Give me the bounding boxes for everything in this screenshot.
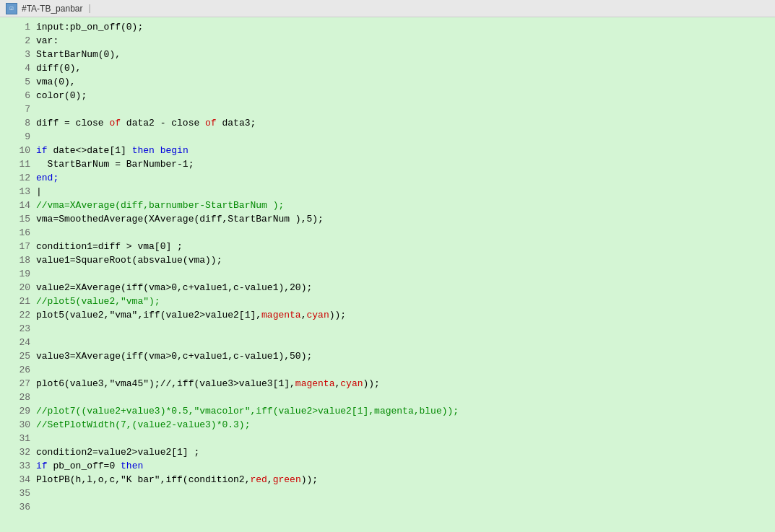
line-content[interactable]: diff(0), (36, 61, 775, 75)
code-line: 10if date<>date[1] then begin (0, 144, 775, 157)
line-content[interactable]: value2=XAverage(iff(vma>0,c+value1,c-val… (36, 281, 775, 295)
line-content[interactable] (36, 226, 775, 240)
line-content[interactable] (36, 487, 775, 500)
code-token: then (132, 145, 155, 156)
code-line: 19 (0, 267, 775, 281)
line-content[interactable] (36, 363, 775, 377)
line-content[interactable]: diff = close of data2 - close of data3; (36, 116, 775, 130)
line-number: 1 (0, 20, 36, 34)
code-token: diff(0), (36, 63, 81, 74)
line-content[interactable]: var: (36, 34, 775, 48)
code-token: vma(0), (36, 77, 76, 87)
line-number: 8 (0, 116, 36, 130)
code-line: 31 (0, 432, 775, 445)
line-content[interactable]: | (36, 185, 775, 199)
line-number: 12 (0, 171, 36, 185)
line-number: 25 (0, 349, 36, 363)
code-line: 6color(0); (0, 89, 775, 103)
line-number: 33 (0, 459, 36, 473)
line-number: 22 (0, 308, 36, 322)
code-token: plot6(value3,"vma45");//,iff(value3>valu… (36, 378, 295, 389)
line-number: 26 (0, 363, 36, 377)
code-token: )); (329, 310, 346, 320)
code-token: )); (301, 474, 318, 485)
code-token: pb_on_off=0 (48, 461, 121, 471)
code-line: 1input:pb_on_off(0); (0, 20, 775, 34)
code-line: 29//plot7((value2+value3)*0.5,"vmacolor"… (0, 404, 775, 418)
line-number: 32 (0, 445, 36, 459)
line-number: 4 (0, 61, 36, 75)
line-content[interactable]: plot5(value2,"vma",iff(value2>value2[1],… (36, 308, 775, 322)
line-content[interactable] (36, 432, 775, 445)
code-token: condition2=value2>value2[1] ; (36, 447, 199, 458)
code-token: //SetPlotWidth(7,(value2-value3)*0.3); (36, 419, 250, 430)
code-token: if (36, 461, 48, 471)
line-content[interactable]: if pb_on_off=0 then (36, 459, 775, 473)
line-content[interactable]: vma=SmoothedAverage(XAverage(diff,StartB… (36, 212, 775, 226)
line-content[interactable] (36, 322, 775, 336)
line-content[interactable]: //plot7((value2+value3)*0.5,"vmacolor",i… (36, 404, 775, 418)
line-number: 29 (0, 404, 36, 418)
line-number: 6 (0, 89, 36, 103)
line-content[interactable]: input:pb_on_off(0); (36, 20, 775, 34)
code-line: 8diff = close of data2 - close of data3; (0, 116, 775, 130)
line-number: 3 (0, 48, 36, 61)
line-number: 34 (0, 473, 36, 487)
code-token: then (121, 461, 143, 471)
line-content[interactable] (36, 103, 775, 116)
code-line: 14//vma=XAverage(diff,barnumber-StartBar… (0, 199, 775, 212)
line-number: 14 (0, 199, 36, 212)
line-content[interactable]: condition2=value2>value2[1] ; (36, 445, 775, 459)
line-content[interactable]: value3=XAverage(iff(vma>0,c+value1,c-val… (36, 349, 775, 363)
code-token: var: (36, 35, 59, 46)
line-content[interactable]: end; (36, 171, 775, 185)
line-number: 5 (0, 75, 36, 89)
line-content[interactable]: color(0); (36, 89, 775, 103)
code-line: 3StartBarNum(0), (0, 48, 775, 61)
line-content[interactable]: //vma=XAverage(diff,barnumber-StartBarNu… (36, 199, 775, 212)
code-token: , (267, 474, 273, 485)
line-content[interactable] (36, 267, 775, 281)
code-token: //plot7((value2+value3)*0.5,"vmacolor",i… (36, 406, 459, 417)
line-content[interactable]: condition1=diff > vma[0] ; (36, 240, 775, 253)
line-number: 23 (0, 322, 36, 336)
line-content[interactable] (36, 130, 775, 144)
code-line: 15vma=SmoothedAverage(XAverage(diff,Star… (0, 212, 775, 226)
code-line: 34PlotPB(h,l,o,c,"K bar",iff(condition2,… (0, 473, 775, 487)
line-content[interactable]: value1=SquareRoot(absvalue(vma)); (36, 253, 775, 267)
line-number: 19 (0, 267, 36, 281)
code-line: 20value2=XAverage(iff(vma>0,c+value1,c-v… (0, 281, 775, 295)
code-token: data2 - close (121, 118, 205, 128)
code-token: if (36, 145, 48, 156)
code-token: diff = close (36, 118, 109, 128)
code-token: | (36, 186, 42, 197)
title-bar-divider: | (87, 4, 92, 14)
line-content[interactable]: if date<>date[1] then begin (36, 144, 775, 157)
code-token: //plot5(value2,"vma"); (36, 296, 160, 307)
title-bar: ☑ #TA-TB_panbar | (0, 0, 775, 17)
title-bar-title: #TA-TB_panbar (22, 4, 83, 14)
line-content[interactable] (36, 336, 775, 349)
line-content[interactable]: StartBarNum(0), (36, 48, 775, 61)
code-token: cyan (340, 378, 363, 389)
line-content[interactable]: StartBarNum = BarNumber-1; (36, 157, 775, 171)
line-number: 24 (0, 336, 36, 349)
code-line: 17condition1=diff > vma[0] ; (0, 240, 775, 253)
line-content[interactable]: //SetPlotWidth(7,(value2-value3)*0.3); (36, 418, 775, 432)
line-content[interactable]: plot6(value3,"vma45");//,iff(value3>valu… (36, 377, 775, 391)
code-line: 28 (0, 391, 775, 404)
code-line: 23 (0, 322, 775, 336)
code-token: StartBarNum(0), (36, 49, 121, 60)
code-token: red (250, 474, 267, 485)
line-content[interactable] (36, 391, 775, 404)
line-content[interactable]: PlotPB(h,l,o,c,"K bar",iff(condition2,re… (36, 473, 775, 487)
line-content[interactable]: //plot5(value2,"vma"); (36, 295, 775, 308)
code-token: data3; (217, 118, 256, 128)
code-token: plot5(value2,"vma",iff(value2>value2[1], (36, 310, 261, 320)
code-token: date<>date[1] (48, 145, 132, 156)
code-token: cyan (306, 310, 329, 320)
code-line: 26 (0, 363, 775, 377)
line-content[interactable]: vma(0), (36, 75, 775, 89)
code-token: )); (363, 378, 380, 389)
line-content[interactable] (36, 500, 775, 514)
